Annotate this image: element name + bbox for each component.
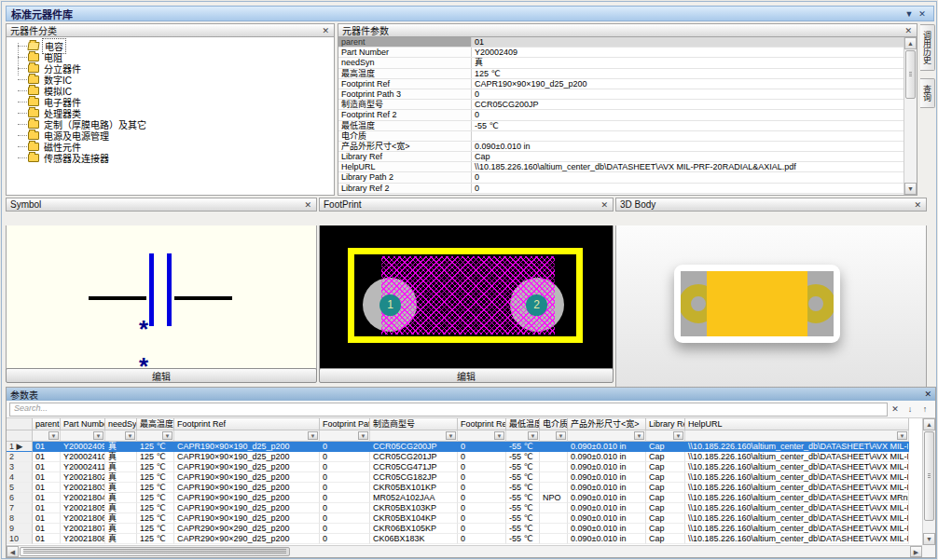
cell-parent[interactable]: 01 [33, 513, 61, 524]
cell-needSyn[interactable]: 真 [105, 452, 137, 462]
footprint-close-icon[interactable]: ✕ [600, 200, 609, 210]
cell--[interactable]: 0.090±0.010 in [568, 472, 646, 483]
param-row-15[interactable]: Library Ref 20 [338, 184, 904, 194]
cell-needSyn[interactable]: 真 [105, 513, 137, 524]
cell-HelpURL[interactable]: \\10.185.226.160\altium_center_db\DATASH… [685, 534, 909, 544]
param-value[interactable]: 125 ℃ [472, 69, 904, 78]
table-row-7[interactable]: 701Y20021805真125 ℃CAPR190×90×190_d25_p20… [7, 503, 922, 513]
cell--[interactable]: 0.090±0.010 in [568, 524, 646, 534]
param-value[interactable]: CCR05CG200JP [472, 100, 904, 109]
cell--[interactable] [540, 462, 568, 472]
param-value[interactable]: -55 ℃ [472, 121, 904, 130]
cell--[interactable]: MR052A102JAA [370, 493, 458, 503]
cell--[interactable]: 0.090±0.010 in [568, 513, 646, 524]
parameters-close-icon[interactable]: ✕ [904, 26, 913, 35]
param-label[interactable]: Library Ref [338, 152, 472, 161]
filter-cell-3[interactable]: ▼ [105, 430, 137, 442]
table-scroll-right-icon[interactable]: ▶ [910, 546, 922, 557]
param-row-9[interactable]: 最低温度-55 ℃ [338, 121, 904, 131]
cell--[interactable]: CKR05BX101KP [370, 483, 458, 493]
column-header-4[interactable]: 最高温度 [137, 418, 174, 430]
table-hscrollbar-thumb[interactable] [20, 547, 290, 556]
param-label[interactable]: 最高温度 [338, 69, 472, 78]
search-clear-icon[interactable]: ✕ [888, 404, 903, 414]
cell-Footprint-Ref[interactable]: CAPR190×90×190_d25_p200 [174, 462, 320, 472]
param-row-3[interactable]: needSyn真 [338, 58, 904, 68]
filter-dropdown-icon[interactable]: ▼ [162, 431, 172, 440]
body3d-close-icon[interactable]: ✕ [913, 200, 922, 210]
cell-needSyn[interactable]: 真 [105, 503, 137, 513]
column-header-6[interactable]: Footprint Path 3 [320, 418, 370, 430]
cell--[interactable]: -55 ℃ [506, 493, 540, 503]
cell--[interactable]: 125 ℃ [137, 452, 174, 462]
param-row-7[interactable]: 制造商型号CCR05CG200JP [338, 100, 904, 110]
filter-cell-9[interactable]: ▼ [506, 430, 540, 442]
cell-HelpURL[interactable]: \\10.185.226.160\altium_center_db\DATASH… [685, 462, 909, 472]
filter-dropdown-icon[interactable]: ▼ [528, 431, 538, 440]
param-value[interactable]: 真 [472, 58, 904, 67]
cell-parent[interactable]: 01 [33, 524, 61, 534]
cell-Footprint-Ref-2[interactable]: 0 [458, 452, 506, 462]
window-titlebar[interactable]: 标准元器件库 ▼ ✕ [6, 6, 934, 21]
filter-cell-5[interactable]: ▼ [174, 430, 320, 442]
cell-Library-Ref[interactable]: Cap [646, 524, 685, 534]
cell-Footprint-Path-3[interactable]: 0 [320, 452, 370, 462]
param-label[interactable]: 产品外形尺寸<宽> [338, 142, 472, 151]
cell-parent[interactable]: 01 [33, 483, 61, 493]
param-row-14[interactable]: Library Path 20 [338, 172, 904, 183]
param-value[interactable]: 0 [472, 110, 904, 119]
cell-Footprint-Path-3[interactable]: 0 [320, 493, 370, 503]
param-value[interactable] [472, 131, 904, 141]
cell--[interactable]: -55 ℃ [506, 503, 540, 513]
cell--[interactable]: CCR05CG471JP [370, 462, 458, 472]
cell-parent[interactable]: 01 [33, 534, 61, 544]
table-row-6[interactable]: 601Y20021804真125 ℃CAPR190×90×190_d25_p20… [7, 493, 922, 503]
cell--[interactable]: 0.090±0.010 in [568, 452, 646, 462]
cell-Footprint-Ref[interactable]: CAPR190×90×190_d25_p200 [174, 472, 320, 483]
cell-HelpURL[interactable]: \\10.185.226.160\altium_center_db\DATASH… [685, 472, 909, 483]
cell-Part-Number[interactable]: Y20021807 [61, 524, 105, 534]
param-row-10[interactable]: 电介质 [338, 131, 904, 142]
cell--[interactable]: 125 ℃ [137, 483, 174, 493]
filter-dropdown-icon[interactable]: ▼ [48, 431, 59, 440]
param-row-8[interactable]: Footprint Ref 20 [338, 110, 904, 120]
filter-cell-13[interactable]: ▼ [685, 430, 909, 442]
cell-HelpURL[interactable]: \\10.185.226.160\altium_center_db\DATASH… [685, 524, 909, 534]
param-row-13[interactable]: HelpURL\\10.185.226.160\altium_center_db… [338, 162, 904, 172]
filter-cell-2[interactable]: ▼ [61, 430, 105, 442]
cell-HelpURL[interactable]: \\10.185.226.160\altium_center_db\DATASH… [685, 493, 909, 503]
cell--[interactable]: 0.090±0.010 in [568, 483, 646, 493]
cell--[interactable]: -55 ℃ [506, 462, 540, 472]
cell-Library-Ref[interactable]: Cap [646, 442, 685, 452]
cell-Footprint-Path-3[interactable]: 0 [320, 503, 370, 513]
param-label[interactable]: 电介质 [338, 131, 472, 141]
cell--[interactable]: CKR05BX104KP [370, 513, 458, 524]
column-header-3[interactable]: needSyn [105, 418, 137, 430]
filter-dropdown-icon[interactable]: ▼ [494, 431, 504, 440]
scroll-down-icon[interactable]: ▼ [904, 183, 917, 195]
cell-Part-Number[interactable]: Y20021804 [61, 493, 105, 503]
symbol-edit-button[interactable]: 编辑 [6, 368, 317, 383]
param-label[interactable]: needSyn [338, 58, 472, 67]
table-row-3[interactable]: 301Y20002411真125 ℃CAPR190×90×190_d25_p20… [7, 462, 922, 472]
cell-Part-Number[interactable]: Y20021803 [61, 483, 105, 493]
tree-item-11[interactable]: 传感器及连接器 [14, 152, 334, 163]
search-next-icon[interactable]: ↓ [903, 404, 917, 414]
filter-cell-4[interactable]: ▼ [137, 430, 174, 442]
cell--[interactable]: 125 ℃ [137, 493, 174, 503]
cell-Footprint-Ref[interactable]: CAPR190×90×190_d25_p200 [174, 442, 320, 452]
cell-Library-Ref[interactable]: Cap [646, 452, 685, 462]
close-icon[interactable]: ✕ [916, 9, 929, 19]
cell-Footprint-Ref[interactable]: CAPR190×90×190_d25_p200 [174, 452, 320, 462]
filter-dropdown-icon[interactable]: ▼ [308, 431, 318, 440]
cell-Part-Number[interactable]: Y20021802 [61, 472, 105, 483]
cell-Library-Ref[interactable]: Cap [646, 493, 685, 503]
cell--[interactable] [540, 483, 568, 493]
param-label[interactable]: Footprint Ref 2 [338, 110, 472, 119]
column-header-10[interactable]: 电介质 [540, 418, 568, 430]
column-header-1[interactable]: parent [33, 418, 61, 430]
filter-dropdown-icon[interactable]: ▼ [634, 431, 644, 440]
column-header-9[interactable]: 最低温度 [506, 418, 540, 430]
cell-HelpURL[interactable]: \\10.185.226.160\altium_center_db\DATASH… [685, 503, 909, 513]
cell-Library-Ref[interactable]: Cap [646, 534, 685, 544]
